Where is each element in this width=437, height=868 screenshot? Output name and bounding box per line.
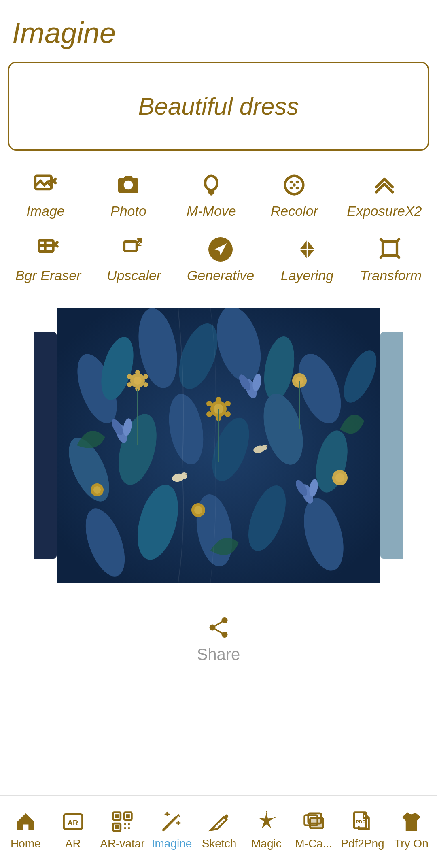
tool-transform[interactable]: Transform xyxy=(360,235,422,283)
svg-rect-14 xyxy=(125,242,137,251)
svg-point-62 xyxy=(225,411,231,417)
balloon-icon xyxy=(197,171,225,199)
cards-icon xyxy=(301,810,326,834)
svg-rect-109 xyxy=(310,818,323,828)
nav-pdf2png-label: Pdf2Png xyxy=(341,837,384,850)
svg-line-106 xyxy=(274,817,276,818)
nav-ar-label: AR xyxy=(65,837,81,850)
tool-recolor-label: Recolor xyxy=(271,203,318,219)
upscaler-icon: 2 xyxy=(120,235,148,264)
svg-point-49 xyxy=(93,486,101,494)
chevron-up-icon xyxy=(370,171,399,199)
nav-ar-vatar-label: AR-vatar xyxy=(100,837,144,850)
tool-transform-label: Transform xyxy=(360,268,422,283)
svg-rect-98 xyxy=(128,827,130,829)
svg-line-85 xyxy=(215,629,222,633)
svg-point-51 xyxy=(335,473,344,482)
svg-point-8 xyxy=(293,183,296,187)
svg-point-5 xyxy=(296,181,299,184)
tool-layering[interactable]: Layering xyxy=(277,235,337,283)
pencil-icon xyxy=(207,810,231,834)
magic-icon xyxy=(254,810,278,834)
tool-generative-label: Generative xyxy=(187,268,254,283)
nav-pdf2png[interactable]: PDF Pdf2Png xyxy=(341,810,384,850)
svg-point-7 xyxy=(296,187,299,190)
svg-point-4 xyxy=(290,181,293,184)
tool-photo[interactable]: Photo xyxy=(98,171,159,219)
pdf-icon: PDF xyxy=(350,810,375,834)
nav-ar-vatar[interactable]: AR-vatar xyxy=(100,810,144,850)
svg-point-1 xyxy=(126,183,131,189)
svg-point-6 xyxy=(290,187,293,190)
svg-point-61 xyxy=(225,401,231,406)
svg-rect-94 xyxy=(115,825,119,829)
nav-try-on[interactable]: Try On xyxy=(391,810,431,850)
svg-rect-96 xyxy=(128,823,130,825)
tool-generative[interactable]: Generative xyxy=(187,235,254,283)
nav-imagine[interactable]: Imagine xyxy=(152,810,192,850)
shirt-icon xyxy=(399,810,423,834)
nav-try-on-label: Try On xyxy=(394,837,429,850)
ar-icon: AR xyxy=(61,810,85,834)
image-icon xyxy=(31,171,59,199)
nav-ar[interactable]: AR AR xyxy=(53,810,93,850)
share-icon[interactable] xyxy=(206,615,231,641)
tool-bgr-eraser[interactable]: Bgr Eraser xyxy=(15,235,81,283)
input-box[interactable]: Beautiful dress xyxy=(8,62,429,151)
qr-icon xyxy=(110,810,134,834)
svg-line-86 xyxy=(215,622,222,626)
svg-point-82 xyxy=(222,617,228,623)
nav-home[interactable]: Home xyxy=(5,810,46,850)
tool-upscaler-label: Upscaler xyxy=(107,268,161,283)
home-icon xyxy=(13,810,38,834)
share-label: Share xyxy=(197,645,240,664)
svg-point-54 xyxy=(135,370,140,375)
send-icon xyxy=(206,235,235,264)
tool-recolor[interactable]: Recolor xyxy=(264,171,325,219)
nav-sketch[interactable]: Sketch xyxy=(199,810,239,850)
crop-icon xyxy=(377,235,405,264)
carousel-area xyxy=(0,304,437,587)
carousel-main-image[interactable] xyxy=(57,308,380,583)
tool-exposurex2[interactable]: ExposureX2 xyxy=(347,171,422,219)
nav-home-label: Home xyxy=(11,837,41,850)
svg-point-64 xyxy=(206,411,212,417)
nav-mca-label: M-Ca... xyxy=(295,837,332,850)
nav-imagine-label: Imagine xyxy=(152,837,192,850)
svg-point-43 xyxy=(134,377,142,385)
tool-photo-label: Photo xyxy=(110,203,146,219)
tool-image[interactable]: Image xyxy=(15,171,76,219)
svg-rect-97 xyxy=(124,827,126,829)
diamond-icon xyxy=(293,235,321,264)
carousel-left-panel[interactable] xyxy=(34,332,57,559)
svg-point-2 xyxy=(205,176,217,190)
camera-icon xyxy=(114,171,142,199)
svg-point-58 xyxy=(127,382,132,387)
tool-bgr-eraser-label: Bgr Eraser xyxy=(15,268,81,283)
svg-rect-93 xyxy=(126,814,130,818)
palette-icon xyxy=(280,171,308,199)
input-text: Beautiful dress xyxy=(138,92,299,120)
carousel-right-panel[interactable] xyxy=(380,332,403,559)
tool-mmove[interactable]: M-Move xyxy=(181,171,242,219)
svg-rect-21 xyxy=(383,241,397,255)
svg-text:AR: AR xyxy=(68,819,78,827)
svg-point-83 xyxy=(210,625,216,631)
nav-magic[interactable]: Magic xyxy=(246,810,286,850)
svg-point-78 xyxy=(262,445,267,450)
svg-point-56 xyxy=(143,382,148,387)
svg-rect-95 xyxy=(124,823,126,825)
svg-line-99 xyxy=(163,817,176,830)
tool-upscaler[interactable]: 2 Upscaler xyxy=(104,235,164,283)
bgr-eraser-icon xyxy=(34,235,62,264)
share-section: Share xyxy=(0,599,437,676)
nav-mca[interactable]: M-Ca... xyxy=(293,810,334,850)
tool-layering-label: Layering xyxy=(281,268,333,283)
svg-point-59 xyxy=(127,374,132,379)
svg-point-76 xyxy=(181,472,187,479)
svg-point-65 xyxy=(206,401,212,406)
svg-text:PDF: PDF xyxy=(356,819,365,824)
bottom-nav: Home AR AR AR-vatar xyxy=(0,795,437,868)
tool-image-label: Image xyxy=(26,203,65,219)
app-title: Imagine xyxy=(0,0,437,57)
